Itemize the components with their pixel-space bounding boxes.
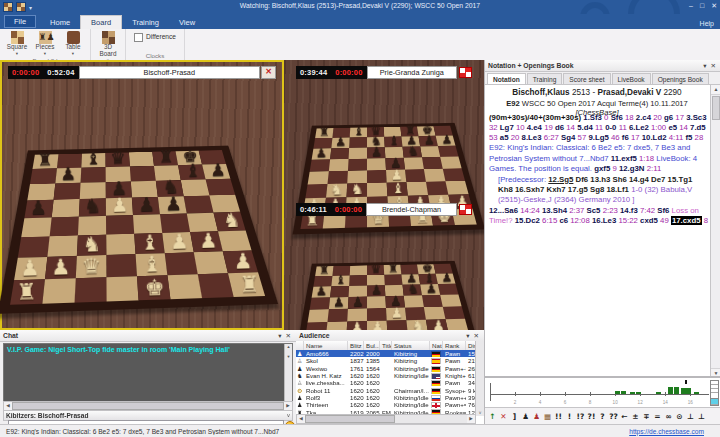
black-rook[interactable]: ♜ <box>387 262 398 274</box>
move-time[interactable]: 53 <box>489 133 498 142</box>
black-pawn[interactable]: ♟ <box>370 283 382 296</box>
restore-button[interactable]: □ <box>700 2 704 10</box>
board-square[interactable]: ♞ <box>402 284 421 295</box>
board-square[interactable] <box>422 157 443 169</box>
move-token[interactable]: 13.h3 <box>590 175 610 184</box>
audience-table[interactable]: ♟Amo66622022000KibitzingPawn156♙Skol1837… <box>296 350 476 416</box>
board-square[interactable] <box>308 309 329 322</box>
annotation-symbol-button[interactable]: ↑ <box>487 412 498 421</box>
board-square[interactable]: ♛ <box>106 152 130 167</box>
board-square[interactable] <box>106 254 137 277</box>
board-square[interactable]: ♟ <box>132 197 160 215</box>
board-square[interactable]: ♟ <box>367 147 385 158</box>
move-token[interactable]: 11.exf5 <box>611 154 637 163</box>
black-pawn[interactable]: ♟ <box>164 194 181 213</box>
move-token[interactable]: [Predecessor: <box>498 175 546 184</box>
move-time[interactable]: 19 <box>544 123 553 132</box>
menu-tab-view[interactable]: View <box>169 16 205 29</box>
board-square[interactable] <box>184 195 214 213</box>
board-square[interactable] <box>420 146 440 157</box>
audience-row[interactable]: ♙live.chessba...16201620Pawn347 <box>296 379 476 386</box>
move-token[interactable]: 16.Sxh7 <box>515 185 544 194</box>
white-pawn[interactable]: ♟ <box>19 257 39 279</box>
menu-tab-board[interactable]: Board <box>80 15 122 29</box>
board-square[interactable] <box>206 179 235 196</box>
board-square[interactable] <box>50 217 79 237</box>
board-square[interactable] <box>327 309 347 322</box>
move-time[interactable]: 32 <box>489 123 498 132</box>
board-square[interactable] <box>54 183 81 200</box>
move-token[interactable]: 14.g4 <box>629 175 649 184</box>
panel-close-icon[interactable]: ✕ <box>284 332 293 340</box>
move-token[interactable]: De7 <box>651 175 665 184</box>
scroll-thumb[interactable] <box>305 415 395 423</box>
minimize-button[interactable]: – <box>689 2 693 10</box>
eval-slider-handle[interactable] <box>711 398 718 405</box>
close-button[interactable]: ✕ <box>711 2 717 10</box>
move-time[interactable]: 0 <box>604 113 608 122</box>
move-token[interactable]: Kh8 <box>498 185 513 194</box>
board-square[interactable]: ♛ <box>367 265 384 275</box>
move-time[interactable]: 12:08 <box>570 216 590 225</box>
help-menu[interactable]: Help <box>700 20 720 29</box>
pieces-button[interactable]: ♜♟Pieces▾ <box>32 30 58 56</box>
move-token[interactable]: gxf5 <box>594 164 610 173</box>
white-king[interactable]: ♚ <box>144 276 165 299</box>
move-time[interactable]: 2:23 <box>603 206 618 215</box>
board-square[interactable] <box>30 168 57 184</box>
move-time[interactable]: 11 <box>619 123 627 132</box>
move-token[interactable]: Kxh7 <box>547 185 566 194</box>
board-square[interactable]: ♜ <box>152 151 178 166</box>
board-square[interactable] <box>384 274 402 285</box>
board-square[interactable]: ♟ <box>329 297 349 309</box>
black-rook[interactable]: ♜ <box>37 151 53 168</box>
move-time[interactable]: 17 <box>675 113 684 122</box>
move-token[interactable]: 2.c4 <box>636 113 651 122</box>
move-token[interactable]: Sf6 <box>657 206 669 215</box>
move-token[interactable]: 8.Le3 <box>522 133 542 142</box>
white-pawn[interactable]: ♟ <box>233 250 253 272</box>
scroll-up-icon[interactable]: ▲ <box>711 85 720 95</box>
move-token[interactable]: 12.g3N <box>619 164 645 173</box>
black-pawn[interactable]: ♟ <box>29 198 47 218</box>
board-square[interactable]: ♟ <box>223 250 258 273</box>
white-rook[interactable]: ♜ <box>15 280 36 303</box>
board-square[interactable] <box>308 171 329 184</box>
notation-scrollbar[interactable]: ▲ ▼ <box>710 85 720 378</box>
move-token[interactable]: (90m+30s)/40+(30m+30s) <box>489 113 581 122</box>
move-token[interactable]: g6 <box>664 113 673 122</box>
move-token[interactable]: Sg8 <box>590 185 604 194</box>
black-pawn[interactable]: ♟ <box>351 295 363 308</box>
black-bishop[interactable]: ♝ <box>185 161 201 179</box>
board-square[interactable] <box>167 274 202 299</box>
table-button[interactable]: Table▾ <box>60 30 86 56</box>
board-square[interactable]: ♜ <box>384 265 402 275</box>
menu-tab-file[interactable]: File <box>4 15 36 28</box>
board-square[interactable] <box>106 215 134 235</box>
move-time[interactable]: 15:22 <box>618 216 638 225</box>
move-token[interactable]: f6 <box>622 133 629 142</box>
tab-openings-book[interactable]: Openings Book <box>652 73 709 84</box>
main-chessboard-3d[interactable]: ♜♝♛♜♚♟♝♟♟♞♟♞♟♟♟♞♞♝♟♟♟♟♛♝♟♜♚♜ <box>16 98 250 332</box>
board-square[interactable]: ♟ <box>367 285 385 296</box>
move-token[interactable]: 4.e4 <box>527 123 542 132</box>
board-square[interactable]: ♚ <box>137 275 170 300</box>
board-square[interactable]: ♟ <box>436 273 456 284</box>
move-token[interactable]: Sc5 <box>587 206 601 215</box>
board-square[interactable]: ♝ <box>350 127 367 137</box>
black-queen[interactable]: ♛ <box>370 263 381 275</box>
move-time[interactable]: 10 <box>516 123 525 132</box>
audience-row[interactable]: ♟Rolf316201620Kibitzing/IdlePawn++394 <box>296 394 476 401</box>
annotation-symbol-button[interactable]: ] <box>509 412 520 421</box>
black-pawn[interactable]: ♟ <box>332 295 344 308</box>
white-rook[interactable]: ♜ <box>239 273 259 296</box>
move-token[interactable]: 3.Sc3 <box>686 113 706 122</box>
move-token[interactable]: 17.g5 <box>568 185 588 194</box>
board-square[interactable] <box>367 158 386 170</box>
board-square[interactable] <box>310 297 330 309</box>
black-pawn[interactable]: ♟ <box>423 133 434 145</box>
move-time[interactable]: 14 <box>566 123 575 132</box>
board-square[interactable] <box>438 146 459 157</box>
board-square[interactable] <box>42 278 75 303</box>
annotation-symbol-button[interactable]: = <box>652 412 663 421</box>
